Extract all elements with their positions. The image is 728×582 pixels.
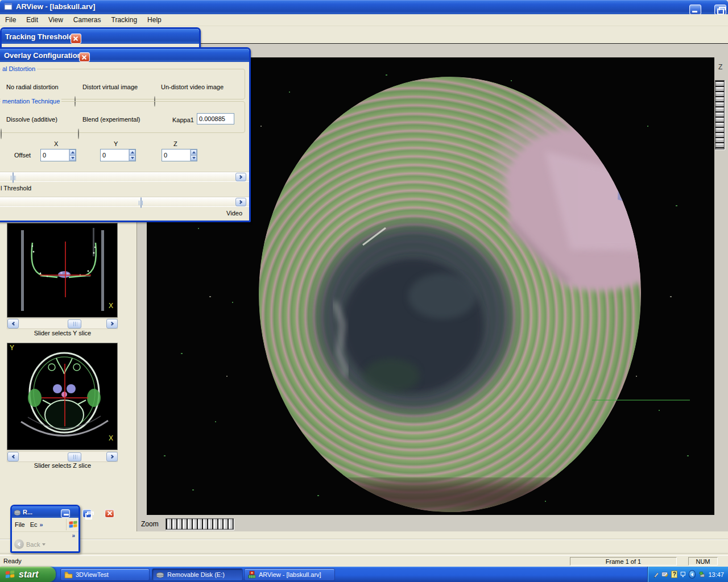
offset-x-value[interactable] bbox=[41, 149, 69, 161]
offset-x-down-icon[interactable] bbox=[69, 155, 76, 161]
status-ready-text: Ready bbox=[3, 558, 22, 564]
offset-z-axis-label: Z bbox=[173, 140, 177, 147]
offset-y-stepper[interactable] bbox=[100, 149, 136, 161]
radio-blend-experimental-label[interactable]: Blend (experimental) bbox=[82, 116, 140, 123]
status-bar: Ready Frame 1 of 1 NUM bbox=[0, 555, 728, 567]
threshold-slider[interactable] bbox=[0, 172, 249, 182]
status-num-pane: NUM bbox=[688, 557, 718, 566]
removable-disk-icon bbox=[156, 571, 164, 578]
taskbar-button-arview[interactable]: ARView - [labskull.arv] bbox=[244, 568, 335, 581]
menu-edit[interactable]: Edit bbox=[21, 14, 43, 26]
radio-dissolve-additive[interactable] bbox=[1, 128, 2, 139]
offset-x-axis-label: X bbox=[54, 140, 58, 147]
restore-button[interactable] bbox=[714, 5, 726, 15]
video-label: Video bbox=[226, 210, 242, 217]
offset-x-stepper[interactable] bbox=[40, 149, 76, 161]
start-windows-flag-icon bbox=[5, 569, 16, 580]
slice-y-slider-right-arrow-icon[interactable] bbox=[106, 319, 118, 329]
mini-window-drive-icon bbox=[14, 509, 21, 516]
tray-display-icon[interactable] bbox=[680, 571, 686, 579]
tray-language-bar-icon[interactable] bbox=[661, 571, 668, 578]
kappa1-label: Kappa1 bbox=[172, 117, 194, 123]
mini-back-button[interactable]: Back bbox=[12, 539, 78, 550]
overlay-config-close-button[interactable] bbox=[79, 52, 90, 62]
mini-menu-edit[interactable]: Ec bbox=[28, 521, 40, 528]
slice-z-slider[interactable] bbox=[7, 451, 118, 462]
slice-y-render bbox=[7, 223, 117, 317]
kappa1-field[interactable] bbox=[197, 113, 234, 124]
offset-x-up-icon[interactable] bbox=[69, 149, 76, 155]
mini-window-title: R... bbox=[23, 509, 32, 516]
mini-menu-chevron-icon[interactable]: » bbox=[40, 521, 43, 528]
separator-line-highlight bbox=[0, 539, 728, 540]
menu-cameras[interactable]: Cameras bbox=[68, 14, 106, 26]
menu-file[interactable]: File bbox=[0, 14, 21, 26]
back-arrow-icon bbox=[14, 539, 24, 549]
offset-z-stepper[interactable] bbox=[162, 149, 197, 161]
title-bar[interactable]: ARView - [labskull.arv] bbox=[0, 0, 728, 14]
threshold-slider-right-arrow-icon[interactable] bbox=[235, 173, 246, 181]
offset-y-up-icon[interactable] bbox=[129, 149, 135, 155]
tracking-threshold-close-button[interactable] bbox=[71, 34, 81, 44]
mini-back-label: Back bbox=[26, 541, 40, 548]
menu-tracking[interactable]: Tracking bbox=[106, 14, 143, 26]
zoom-label: Zoom bbox=[141, 520, 159, 528]
tray-safely-remove-icon[interactable] bbox=[698, 571, 705, 579]
mini-explorer-window: R... File Ec » » bbox=[10, 505, 80, 553]
mini-toolbar-chevron-icon[interactable]: » bbox=[72, 533, 75, 539]
window-title: ARView - [labskull.arv] bbox=[16, 2, 96, 11]
menu-view[interactable]: View bbox=[43, 14, 68, 26]
slice-z-image: Y X bbox=[7, 343, 118, 450]
mini-close-button[interactable] bbox=[105, 509, 114, 518]
arview-app-icon bbox=[248, 571, 256, 579]
tray-clock[interactable]: 13:47 bbox=[708, 571, 724, 578]
start-label: start bbox=[19, 569, 39, 580]
slice-y-slider-left-arrow-icon[interactable] bbox=[7, 319, 19, 329]
mini-menu-file[interactable]: File bbox=[12, 521, 28, 528]
radio-blend-experimental[interactable] bbox=[78, 128, 79, 139]
menu-help[interactable]: Help bbox=[142, 14, 167, 26]
taskbar-button-arview-label: ARView - [labskull.arv] bbox=[259, 571, 321, 578]
offset-y-value[interactable] bbox=[101, 149, 129, 161]
radio-dissolve-additive-label[interactable]: Dissolve (additive) bbox=[6, 116, 57, 123]
offset-z-value[interactable] bbox=[162, 149, 190, 161]
tray-hide-icons-chevron-icon[interactable] bbox=[689, 570, 696, 579]
video-slider-right-arrow-icon[interactable] bbox=[235, 198, 246, 206]
radio-undistort-video-image-label[interactable]: Un-distort video image bbox=[161, 84, 224, 90]
mini-minimize-button[interactable] bbox=[61, 509, 70, 518]
slice-z-y-marker: Y bbox=[10, 344, 14, 352]
tray-pen-icon[interactable] bbox=[653, 571, 659, 579]
overlay-config-title: Overlay Configuration bbox=[4, 51, 82, 60]
taskbar-button-3dviewtest-label: 3DViewTest bbox=[76, 571, 109, 578]
offset-z-down-icon[interactable] bbox=[191, 155, 197, 161]
offset-label: Offset bbox=[14, 152, 31, 159]
mini-maximize-button[interactable] bbox=[82, 509, 92, 518]
arview-application-window: ARView - [labskull.arv] File Edit View C… bbox=[0, 0, 728, 582]
zoom-dial[interactable] bbox=[166, 518, 234, 530]
tray-help-icon[interactable]: ? bbox=[671, 571, 677, 578]
augmentation-group-label: mentation Technique bbox=[1, 98, 61, 105]
radio-no-radial-distortion-label[interactable]: No radial distortion bbox=[6, 84, 59, 90]
minimize-button[interactable] bbox=[689, 5, 701, 15]
slice-y-slider[interactable] bbox=[7, 318, 118, 329]
video-slider[interactable] bbox=[0, 197, 249, 207]
z-dial[interactable] bbox=[715, 80, 725, 149]
slice-z-slider-right-arrow-icon[interactable] bbox=[106, 452, 118, 462]
system-tray: ? 13:47 bbox=[647, 567, 728, 582]
folder-icon bbox=[64, 571, 73, 579]
radio-distort-virtual-image-label[interactable]: Distort virtual image bbox=[82, 84, 138, 90]
threshold-label: l Threshold bbox=[1, 185, 31, 192]
start-button[interactable]: start bbox=[0, 567, 56, 582]
taskbar-button-3dviewtest[interactable]: 3DViewTest bbox=[60, 568, 150, 581]
slice-z-caption: Slider selects Z slice bbox=[0, 462, 125, 469]
offset-z-up-icon[interactable] bbox=[191, 149, 197, 155]
slice-z-x-marker: X bbox=[109, 434, 113, 442]
taskbar-button-removable-disk[interactable]: Removable Disk (E:) bbox=[152, 568, 243, 581]
offset-y-down-icon[interactable] bbox=[129, 155, 135, 161]
slice-z-slider-left-arrow-icon[interactable] bbox=[7, 452, 19, 462]
slice-y-slider-thumb[interactable] bbox=[68, 319, 81, 329]
taskbar: start 3DViewTest Removable Disk (E:) bbox=[0, 567, 728, 582]
video-slider-thumb[interactable] bbox=[140, 197, 142, 208]
threshold-slider-thumb[interactable] bbox=[13, 172, 14, 183]
slice-z-slider-thumb[interactable] bbox=[68, 452, 81, 462]
